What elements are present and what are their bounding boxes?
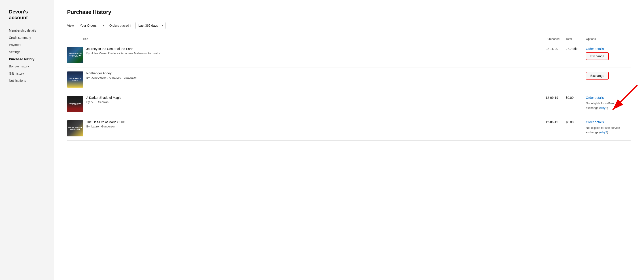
purchased-row-darker: 12-09-19	[546, 92, 566, 116]
placed-select-wrapper[interactable]: Last 30 daysLast 90 daysLast 365 daysAll…	[136, 22, 166, 29]
not-eligible-text-row-darker: Not eligible for self-service exchange (…	[586, 101, 630, 110]
purchased-row-marie: 12-06-19	[546, 116, 566, 141]
sidebar-item-notifications[interactable]: Notifications	[9, 77, 47, 84]
options-row-journey: Order detailsExchange	[586, 43, 630, 67]
purchased-row-northanger	[546, 67, 566, 92]
book-cell-row-journey: JOURNEY TO THE CENTER OF THE EARTHJourne…	[67, 43, 546, 67]
table-row: A DARKER SHADE OF MAGICA Darker Shade of…	[67, 92, 630, 116]
sidebar-item-payment[interactable]: Payment	[9, 41, 47, 48]
book-cover-row-journey: JOURNEY TO THE CENTER OF THE EARTH	[67, 47, 83, 63]
col-header-title: Title	[67, 36, 546, 43]
book-cover-row-northanger: NORTHANGER ABBEY	[67, 71, 83, 88]
book-author-row-darker: By: V. E. Schwab	[86, 100, 121, 104]
view-select[interactable]: Your OrdersGifted Orders	[77, 22, 106, 29]
book-title-row-northanger: Northanger Abbey	[86, 71, 137, 75]
page-title: Purchase History	[67, 9, 630, 15]
book-author-row-marie: By: Lauren Gunderson	[86, 125, 125, 128]
table-row: JOURNEY TO THE CENTER OF THE EARTHJourne…	[67, 43, 630, 67]
view-select-wrapper[interactable]: Your OrdersGifted Orders	[77, 22, 106, 29]
view-label: View	[67, 24, 74, 27]
book-title-row-marie: The Half-Life of Marie Curie	[86, 120, 125, 124]
exchange-button-row-northanger[interactable]: Exchange	[586, 72, 609, 80]
book-cover-row-darker: A DARKER SHADE OF MAGIC	[67, 96, 83, 112]
total-row-northanger	[566, 67, 586, 92]
options-row-marie: Order detailsNot eligible for self-servi…	[586, 116, 630, 141]
sidebar-nav: Membership detailsCredit summaryPaymentS…	[9, 27, 47, 84]
total-row-marie: $0.00	[566, 116, 586, 141]
options-row-northanger: Exchange	[586, 67, 630, 92]
order-details-link-row-marie[interactable]: Order details	[586, 120, 630, 124]
book-cover-row-marie: THE HALF-LIFE OF MARIE CURIE	[67, 120, 83, 136]
book-cell-row-marie: THE HALF-LIFE OF MARIE CURIEThe Half-Lif…	[67, 116, 546, 141]
why-link-row-darker[interactable]: why?	[600, 106, 607, 109]
account-title: Devon's account	[9, 9, 47, 21]
book-title-row-journey: Journey to the Center of the Earth	[86, 47, 160, 51]
table-row: NORTHANGER ABBEYNorthanger AbbeyBy: Jane…	[67, 67, 630, 92]
book-title-row-darker: A Darker Shade of Magic	[86, 96, 121, 99]
table-header-row: Title Purchased Total Options	[67, 36, 630, 43]
book-cell-row-darker: A DARKER SHADE OF MAGICA Darker Shade of…	[67, 92, 546, 116]
table-row: THE HALF-LIFE OF MARIE CURIEThe Half-Lif…	[67, 116, 630, 141]
sidebar-item-gift-history[interactable]: Gift history	[9, 70, 47, 77]
options-row-darker: Order detailsNot eligible for self-servi…	[586, 92, 630, 116]
placed-label: Orders placed in	[109, 24, 132, 27]
book-author-row-journey: By: Jules Verne, Frederick Amadeus Malle…	[86, 52, 160, 55]
book-cell-row-northanger: NORTHANGER ABBEYNorthanger AbbeyBy: Jane…	[67, 67, 546, 92]
col-header-options: Options	[586, 36, 630, 43]
exchange-button-row-journey[interactable]: Exchange	[586, 52, 609, 60]
total-row-darker: $0.00	[566, 92, 586, 116]
not-eligible-text-row-marie: Not eligible for self-service exchange (…	[586, 126, 630, 134]
col-header-total: Total	[566, 36, 586, 43]
sidebar-item-borrow-history[interactable]: Borrow history	[9, 63, 47, 70]
order-details-link-row-darker[interactable]: Order details	[586, 96, 630, 99]
col-header-purchased: Purchased	[546, 36, 566, 43]
sidebar-item-settings[interactable]: Settings	[9, 48, 47, 56]
book-author-row-northanger: By: Jane Austen, Anna Lea - adaptation	[86, 76, 137, 79]
total-row-journey: 2 Credits	[566, 43, 586, 67]
why-link-row-marie[interactable]: why?	[600, 130, 607, 134]
order-details-link-row-journey[interactable]: Order details	[586, 47, 630, 51]
placed-select[interactable]: Last 30 daysLast 90 daysLast 365 daysAll…	[136, 22, 166, 29]
filters-row: View Your OrdersGifted Orders Orders pla…	[67, 22, 630, 29]
orders-table: Title Purchased Total Options JOURNEY TO…	[67, 36, 630, 141]
sidebar-item-credit-summary[interactable]: Credit summary	[9, 34, 47, 41]
sidebar: Devon's account Membership detailsCredit…	[0, 0, 54, 280]
sidebar-item-purchase-history[interactable]: Purchase history	[9, 56, 47, 63]
sidebar-item-membership-details[interactable]: Membership details	[9, 27, 47, 34]
purchased-row-journey: 02-14-20	[546, 43, 566, 67]
main-content: Purchase History View Your OrdersGifted …	[54, 0, 644, 280]
